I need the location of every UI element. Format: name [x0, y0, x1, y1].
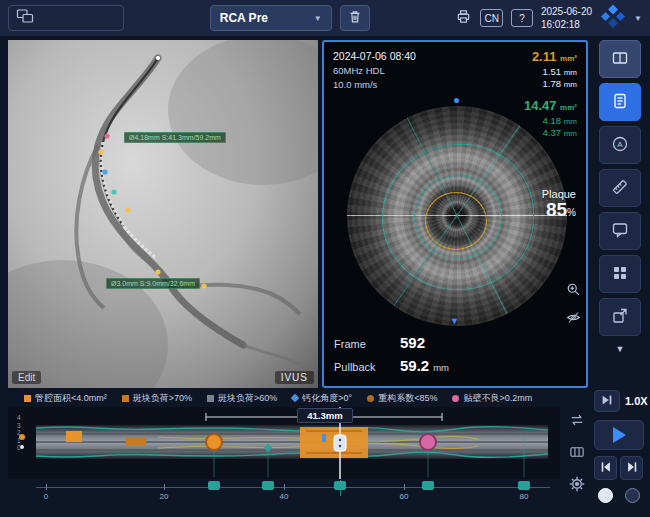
delete-series-button[interactable] — [340, 5, 370, 31]
auto-measure-icon: A — [611, 135, 629, 156]
angiography-viewport[interactable]: Ø4.18mm S:41.3mm/59.2mm Ø3.0mm S:9.0mm/3… — [8, 40, 318, 388]
bookmark-tag[interactable] — [262, 481, 274, 490]
legend-marker — [207, 395, 214, 402]
legend-item: 贴壁不良>0.2mm — [452, 392, 532, 405]
viewport-layout-icon — [611, 49, 629, 70]
lumen-area-unit: mm² — [560, 54, 577, 63]
legend-item: 管腔面积<4.0mm² — [24, 392, 107, 405]
language-toggle[interactable]: CN — [480, 9, 502, 27]
legend-marker — [452, 395, 459, 402]
legend-label: 管腔面积<4.0mm² — [35, 392, 107, 405]
apps-grid-icon — [611, 264, 629, 285]
filmstrip-icon — [569, 444, 585, 463]
legend-label: 钙化角度>0° — [302, 392, 352, 405]
legend-label: 贴壁不良>0.2mm — [463, 392, 532, 405]
settings-button[interactable] — [569, 476, 585, 495]
pullback-axis[interactable]: 0 20 40 60 80 — [8, 480, 560, 508]
legend-label: 重构系数<85% — [378, 392, 437, 405]
skip-end-icon — [625, 460, 639, 477]
record-button[interactable] — [625, 488, 640, 503]
comment-button[interactable] — [599, 212, 641, 250]
topbar-menu-button[interactable]: ▼ — [634, 14, 642, 23]
export-button[interactable] — [599, 298, 641, 336]
axis-tick-label: 60 — [400, 492, 409, 501]
orientation-marker — [454, 98, 459, 103]
pullback-value: 59.2 — [400, 357, 429, 374]
xray-image — [8, 40, 318, 388]
report-button[interactable] — [599, 83, 641, 121]
legend-item: 斑块负荷>60% — [207, 392, 277, 405]
legend-item: 重构系数<85% — [367, 392, 437, 405]
help-button[interactable]: ? — [511, 9, 533, 27]
zoom-in-icon — [566, 282, 581, 300]
hide-overlay-button[interactable] — [566, 310, 581, 328]
legend-marker — [367, 395, 374, 402]
capture-button[interactable] — [598, 488, 613, 503]
speed-button[interactable] — [594, 390, 620, 412]
tool-sidebar: A — [594, 40, 646, 355]
print-button[interactable] — [455, 8, 472, 28]
vessel-d2-value: 4.37 — [543, 127, 562, 138]
play-button[interactable] — [594, 420, 644, 450]
axis-tick-label: 0 — [44, 492, 48, 501]
auto-measure-button[interactable]: A — [599, 126, 641, 164]
playhead-cursor[interactable] — [340, 480, 341, 496]
measurement-panel: 2.11 mm² 1.51 mm 1.78 mm 14.47 mm² 4.18 … — [524, 49, 577, 139]
longitudinal-view[interactable]: 43210 41.3mm — [8, 407, 560, 479]
bookmark-tag[interactable] — [422, 481, 434, 490]
top-bar: RCA Pre ▼ CN ? 2025-06-20 16:02 — [0, 0, 650, 36]
crosshair-horizontal — [347, 215, 567, 216]
lumen-area-value: 2.11 — [532, 49, 557, 64]
scroll-more-button[interactable]: ▼ — [610, 343, 631, 355]
legend-label: 斑块负荷>60% — [218, 392, 277, 405]
pullback-label: Pullback — [334, 359, 386, 376]
logo-icon — [600, 3, 626, 33]
lumen-d2-value: 1.78 — [543, 78, 562, 89]
zoom-in-button[interactable] — [566, 282, 581, 300]
legend-marker — [122, 395, 129, 402]
comment-icon — [611, 221, 629, 242]
media-contour — [414, 175, 502, 259]
vessel-d1-value: 4.18 — [543, 115, 562, 126]
ruler-button[interactable] — [599, 169, 641, 207]
trash-icon — [347, 9, 363, 28]
strip-tools — [564, 412, 590, 495]
filmstrip-button[interactable] — [569, 444, 585, 463]
svg-text:A: A — [617, 140, 623, 149]
axis-tick-label: 80 — [520, 492, 529, 501]
ivus-header: 2024-07-06 08:40 60MHz HDL 10.0 mm/s — [333, 49, 416, 92]
bookmark-tag[interactable] — [518, 481, 530, 490]
plaque-burden: Plaque 85% — [542, 188, 576, 221]
apps-grid-button[interactable] — [599, 255, 641, 293]
time-label: 16:02:18 — [541, 18, 592, 31]
sync-views-button[interactable] — [569, 412, 585, 431]
speed-label: 1.0X — [625, 395, 648, 407]
frame-label: Frame — [334, 336, 386, 353]
edit-mode-label: Edit — [12, 371, 41, 384]
play-icon — [613, 427, 626, 443]
layout-selector[interactable] — [8, 5, 124, 31]
export-icon — [611, 307, 629, 328]
modality-label: IVUS — [275, 371, 314, 384]
skip-start-button[interactable] — [594, 456, 617, 480]
skip-end-button[interactable] — [620, 456, 643, 480]
bookmark-tag[interactable] — [208, 481, 220, 490]
chevron-down-icon: ▼ — [634, 14, 642, 23]
playback-controls: 1.0X — [592, 388, 648, 514]
crosshair-diagonal — [393, 125, 520, 306]
probe-label: 60MHz HDL — [333, 64, 416, 78]
chevron-down-icon: ▼ — [314, 14, 322, 23]
legend-item: 钙化角度>0° — [292, 392, 352, 405]
eye-off-icon — [566, 310, 581, 328]
axis-tick-label: 20 — [160, 492, 169, 501]
app-window: RCA Pre ▼ CN ? 2025-06-20 16:02 — [0, 0, 650, 517]
skip-start-icon — [599, 460, 613, 477]
datetime-display: 2025-06-20 16:02:18 — [541, 5, 592, 31]
ivus-viewport[interactable]: ▼ 2024-07-06 08:40 60MHz HDL 10.0 mm/s 2… — [322, 40, 588, 388]
legend-marker — [291, 394, 299, 402]
axis-tick-label: 40 — [280, 492, 289, 501]
viewport-layout-button[interactable] — [599, 40, 641, 78]
legend-label: 斑块负荷>70% — [133, 392, 192, 405]
viewports-icon — [16, 8, 34, 28]
series-dropdown[interactable]: RCA Pre ▼ — [210, 5, 332, 31]
